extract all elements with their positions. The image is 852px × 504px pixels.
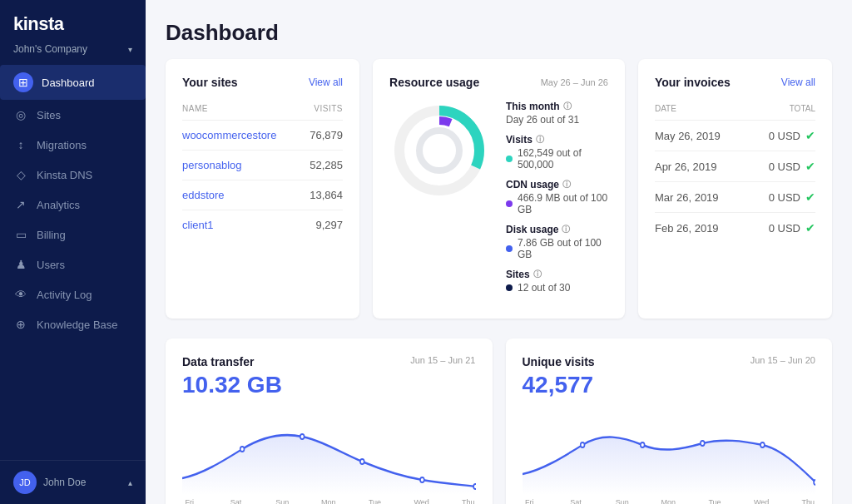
- sidebar-item-billing[interactable]: ▭ Billing: [0, 220, 146, 250]
- invoice-amount: 0 USD ✔: [769, 221, 815, 235]
- site-visits: 13,864: [310, 189, 343, 201]
- table-row: client1 9,297: [182, 210, 343, 240]
- company-selector[interactable]: John's Company ▾: [0, 43, 146, 65]
- invoice-rows: May 26, 2019 0 USD ✔ Apr 26, 2019 0 USD …: [655, 121, 815, 243]
- sidebar-item-sites[interactable]: ◎ Sites: [0, 100, 146, 130]
- data-transfer-title: Data transfer: [182, 355, 254, 368]
- invoices-card-header: Your invoices View all: [655, 76, 815, 89]
- sites-stat-label: Sites ⓘ: [506, 269, 608, 280]
- site-link[interactable]: woocommercestore: [182, 129, 276, 141]
- resource-card-title: Resource usage: [389, 76, 479, 89]
- page-header: Dashboard: [146, 0, 852, 59]
- sidebar-item-users[interactable]: ♟ Users: [0, 250, 146, 279]
- unique-visits-chart: [523, 412, 816, 495]
- sites-icon: ◎: [13, 107, 28, 122]
- stat-visits: Visits ⓘ 162,549 out of 500,000: [506, 134, 608, 170]
- page-title: Dashboard: [166, 20, 832, 46]
- sidebar-label-billing: Billing: [37, 229, 66, 241]
- chart-label-sun16: Sun6/16: [275, 498, 290, 504]
- uv-label-thu20: Thu6/20: [800, 498, 815, 504]
- cdn-value: 466.9 MB out of 100 GB: [506, 192, 608, 215]
- sidebar-item-dashboard[interactable]: ⊞ Dashboard: [0, 65, 146, 100]
- sidebar-item-activity-log[interactable]: 👁 Activity Log: [0, 279, 146, 309]
- sidebar-item-kinsta-dns[interactable]: ◇ Kinsta DNS: [0, 160, 146, 190]
- analytics-icon: ↗: [13, 197, 28, 212]
- uv-label-mon17: Mon6/17: [661, 498, 676, 504]
- resource-stats: This month ⓘ Day 26 out of 31 Visits ⓘ: [506, 101, 608, 302]
- list-item: Mar 26, 2019 0 USD ✔: [655, 182, 815, 213]
- dashboard-icon: ⊞: [13, 72, 33, 92]
- uv-label-wed19: Wed6/19: [754, 498, 769, 504]
- sites-info-icon[interactable]: ⓘ: [533, 269, 542, 280]
- sites-table: NAME VISITS woocommercestore 76,879 pers…: [182, 101, 343, 240]
- svg-point-7: [420, 477, 424, 482]
- paid-check-icon: ✔: [805, 221, 815, 235]
- sidebar-item-knowledge-base[interactable]: ⊕ Knowledge Base: [0, 309, 146, 339]
- unique-visits-labels: Fri6/14 Sat6/15 Sun6/16 Mon6/17 Tue6/18 …: [523, 498, 816, 504]
- invoice-amount: 0 USD ✔: [769, 190, 815, 204]
- svg-point-6: [360, 459, 364, 464]
- data-transfer-chart: [182, 412, 476, 495]
- unique-visits-value: 42,577: [523, 372, 816, 398]
- col-date-header: DATE: [655, 104, 676, 113]
- unique-visits-title: Unique visits: [523, 355, 595, 368]
- stat-sites: Sites ⓘ 12 out of 30: [506, 269, 608, 294]
- sidebar-item-migrations[interactable]: ↕ Migrations: [0, 130, 146, 160]
- cdn-dot: [506, 200, 513, 207]
- resource-date-range: May 26 – Jun 26: [541, 77, 608, 87]
- cdn-info-icon[interactable]: ⓘ: [562, 179, 571, 190]
- data-transfer-value: 10.32 GB: [182, 372, 476, 398]
- sidebar-label-dashboard: Dashboard: [42, 77, 95, 89]
- svg-point-13: [814, 480, 815, 485]
- invoice-date: May 26, 2019: [655, 130, 721, 142]
- resource-usage-card: Resource usage May 26 – Jun 26: [373, 59, 625, 319]
- this-month-label: This month ⓘ: [506, 101, 608, 112]
- donut-chart: [389, 101, 489, 200]
- visits-dot: [506, 156, 513, 162]
- visits-info-icon[interactable]: ⓘ: [536, 134, 544, 146]
- table-row: personablog 52,285: [182, 151, 343, 180]
- avatar: JD: [13, 471, 37, 494]
- users-icon: ♟: [13, 257, 28, 272]
- dns-icon: ◇: [13, 167, 28, 182]
- user-name: John Doe: [43, 477, 128, 488]
- sites-card-header: Your sites View all: [182, 76, 343, 89]
- this-month-value: Day 26 out of 31: [506, 114, 608, 126]
- disk-dot: [506, 245, 513, 252]
- svg-point-9: [580, 442, 584, 447]
- billing-icon: ▭: [13, 227, 28, 242]
- site-link[interactable]: eddstore: [182, 189, 225, 201]
- data-transfer-labels: Fri6/14 Sat6/15 Sun6/16 Mon6/17 Tue6/18 …: [182, 498, 476, 504]
- data-transfer-date: Jun 15 – Jun 21: [410, 355, 475, 368]
- paid-check-icon: ✔: [805, 190, 815, 204]
- table-row: eddstore 13,864: [182, 180, 343, 210]
- sites-card-title: Your sites: [182, 76, 238, 89]
- site-link[interactable]: client1: [182, 219, 214, 231]
- this-month-info-icon[interactable]: ⓘ: [563, 101, 572, 112]
- invoice-amount: 0 USD ✔: [769, 129, 815, 142]
- col-name-header: NAME: [182, 104, 208, 113]
- sidebar: kinsta John's Company ▾ ⊞ Dashboard ◎ Si…: [0, 0, 146, 504]
- cdn-label: CDN usage ⓘ: [506, 179, 608, 190]
- invoices-view-all[interactable]: View all: [781, 77, 815, 88]
- disk-info-icon[interactable]: ⓘ: [562, 224, 570, 235]
- sites-dot: [506, 284, 513, 291]
- stat-disk: Disk usage ⓘ 7.86 GB out of 100 GB: [506, 224, 608, 260]
- invoices-table-header: DATE TOTAL: [655, 101, 815, 121]
- data-transfer-card: Data transfer Jun 15 – Jun 21 10.32 GB: [166, 338, 493, 504]
- site-visits: 9,297: [315, 219, 343, 231]
- sites-view-all[interactable]: View all: [309, 77, 343, 88]
- list-item: Feb 26, 2019 0 USD ✔: [655, 213, 815, 243]
- sidebar-label-kinsta-dns: Kinsta DNS: [37, 169, 92, 181]
- logo-area: kinsta: [0, 0, 146, 43]
- activity-log-icon: 👁: [13, 287, 28, 302]
- svg-point-11: [700, 441, 704, 446]
- sidebar-item-analytics[interactable]: ↗ Analytics: [0, 190, 146, 220]
- site-link[interactable]: personablog: [182, 159, 242, 171]
- sidebar-nav: ⊞ Dashboard ◎ Sites ↕ Migrations ◇ Kinst…: [0, 65, 146, 460]
- col-total-header: TOTAL: [790, 104, 815, 113]
- sidebar-label-knowledge-base: Knowledge Base: [37, 319, 118, 331]
- sidebar-footer: JD John Doe ▴: [0, 460, 146, 504]
- svg-point-4: [240, 447, 245, 452]
- unique-visits-card: Unique visits Jun 15 – Jun 20 42,577: [506, 338, 833, 504]
